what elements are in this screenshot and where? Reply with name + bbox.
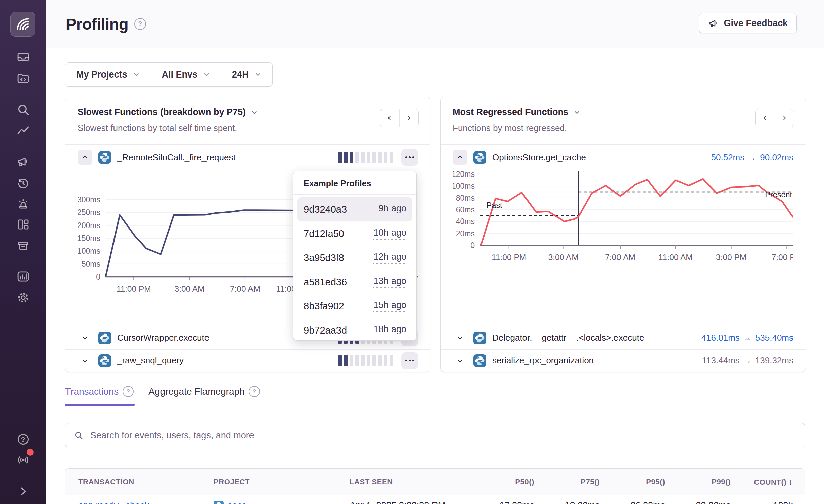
settings-gear-icon[interactable] <box>16 290 31 305</box>
prev-page-button[interactable] <box>756 109 775 127</box>
archive-icon[interactable] <box>16 238 31 253</box>
most-regressed-title-text: Most Regressed Functions <box>453 107 568 117</box>
profile-id: 8b3fa902 <box>304 301 344 312</box>
search-icon[interactable] <box>16 102 31 117</box>
more-options-icon[interactable] <box>401 149 418 166</box>
sidebar: ? <box>0 0 46 504</box>
explore-icon[interactable] <box>16 71 31 86</box>
issues-icon[interactable] <box>16 50 31 64</box>
search-input[interactable] <box>90 430 797 441</box>
expand-chevron-down-icon[interactable] <box>453 331 467 345</box>
replays-icon[interactable] <box>16 176 31 191</box>
svg-text:20ms: 20ms <box>456 229 475 238</box>
chevron-down-icon <box>254 71 262 78</box>
expand-sidebar-icon[interactable] <box>16 484 31 499</box>
function-row[interactable]: _RemoteSiloCall._fire_request <box>65 145 430 170</box>
python-icon <box>98 354 111 367</box>
function-name: CursorWrapper.execute <box>117 333 209 343</box>
performance-icon[interactable] <box>16 124 31 139</box>
expand-chevron-down-icon[interactable] <box>78 331 92 345</box>
svg-text:100ms: 100ms <box>453 182 475 190</box>
profile-item[interactable]: 7d12fa50 10h ago <box>297 221 412 246</box>
svg-text:80ms: 80ms <box>456 194 475 202</box>
profiling-help-icon[interactable]: ? <box>134 18 146 30</box>
project-filter[interactable]: My Projects <box>65 63 151 86</box>
sentry-logo[interactable] <box>10 12 35 37</box>
next-page-button[interactable] <box>399 109 419 127</box>
profile-age: 12h ago <box>373 252 406 264</box>
column-header-last-seen[interactable]: LAST SEEN <box>350 477 480 486</box>
next-page-button[interactable] <box>775 109 794 127</box>
regression-values: 50.52ms→90.02ms <box>711 152 793 163</box>
profile-item[interactable]: 9b72aa3d 18h ago <box>297 318 412 342</box>
slowest-functions-title-text: Slowest Functions (breakdown by P75) <box>78 107 246 117</box>
function-row[interactable]: _raw_snql_query <box>65 349 430 371</box>
regressed-function-row[interactable]: serialize_rpc_organization 113.44ms→139.… <box>441 349 806 371</box>
page-title: Profiling ? <box>66 0 146 48</box>
svg-text:3:00 AM: 3:00 AM <box>548 253 579 262</box>
svg-text:50ms: 50ms <box>82 260 100 268</box>
python-icon <box>473 151 486 164</box>
column-header-p99[interactable]: P99() <box>665 477 731 486</box>
profile-id: 3a95d3f8 <box>304 252 344 263</box>
help-icon[interactable]: ? <box>16 432 31 447</box>
after-value: 535.40ms <box>755 333 793 343</box>
slowest-functions-title[interactable]: Slowest Functions (breakdown by P75) <box>78 107 418 117</box>
p95-cell: 26.00ms <box>600 500 665 504</box>
profile-item[interactable]: 3a95d3f8 12h ago <box>297 246 412 270</box>
profiles-list: 9d3240a3 9h ago 7d12fa50 10h ago 3a95d3f… <box>293 195 416 342</box>
profile-item[interactable]: a581ed36 13h ago <box>297 270 412 294</box>
column-header-transaction[interactable]: TRANSACTION <box>78 477 214 486</box>
column-header-project[interactable]: PROJECT <box>214 477 350 486</box>
svg-text:Present: Present <box>765 190 792 199</box>
page-header: Profiling ? Give Feedback <box>46 0 824 48</box>
transaction-link[interactable]: app.ready._check <box>78 500 149 504</box>
before-value: 50.52ms <box>711 152 745 162</box>
transactions-help-icon[interactable]: ? <box>123 386 134 397</box>
p99-cell: 29.00ms <box>665 500 731 504</box>
column-header-count[interactable]: COUNT()↓ <box>731 477 793 487</box>
flamegraph-help-icon[interactable]: ? <box>249 386 260 397</box>
table-row: app.ready._check seer Apr 1, 2025 9:28:3… <box>65 495 805 504</box>
tab-transactions-label: Transactions <box>65 386 119 397</box>
date-range-filter[interactable]: 24H <box>221 63 272 86</box>
regressed-function-row[interactable]: Delegator.__getattr__.<locals>.execute 4… <box>441 326 806 349</box>
collapse-chevron-up-icon[interactable] <box>78 150 92 165</box>
svg-text:Past: Past <box>487 201 502 210</box>
environment-filter-label: All Envs <box>162 69 198 80</box>
profile-sparkline <box>338 152 393 163</box>
regressed-pagination <box>755 109 794 127</box>
expand-chevron-down-icon[interactable] <box>453 353 467 368</box>
column-header-p95[interactable]: P95() <box>600 477 665 486</box>
transactions-table: TRANSACTION PROJECT LAST SEEN P50() P75(… <box>65 468 805 504</box>
environment-filter[interactable]: All Envs <box>151 63 221 86</box>
tab-transactions[interactable]: Transactions ? <box>65 386 134 397</box>
chevron-down-icon <box>133 71 140 78</box>
stats-icon[interactable] <box>16 269 31 284</box>
example-profiles-dropdown: Example Profiles 9d3240a3 9h ago 7d12fa5… <box>293 171 417 341</box>
project-cell[interactable]: seer <box>214 500 350 504</box>
tab-aggregate-flamegraph[interactable]: Aggregate Flamegraph ? <box>148 386 260 397</box>
after-value: 139.32ms <box>755 355 793 365</box>
last-seen-cell: Apr 1, 2025 9:28:38 PM <box>350 500 480 504</box>
chevron-down-icon <box>573 109 581 116</box>
profile-item[interactable]: 8b3fa902 15h ago <box>297 294 412 318</box>
expand-chevron-down-icon[interactable] <box>78 353 92 368</box>
alerts-siren-icon[interactable] <box>16 196 31 211</box>
prev-page-button[interactable] <box>380 109 399 127</box>
date-range-filter-label: 24H <box>232 69 249 80</box>
most-regressed-title[interactable]: Most Regressed Functions <box>453 107 793 117</box>
give-feedback-button[interactable]: Give Feedback <box>699 13 797 33</box>
column-header-p75[interactable]: P75() <box>534 477 600 486</box>
more-options-icon[interactable] <box>401 352 418 369</box>
profile-item[interactable]: 9d3240a3 9h ago <box>297 197 412 221</box>
notification-dot <box>27 449 34 456</box>
most-regressed-panel: Most Regressed Functions Functions by mo… <box>440 97 806 372</box>
collapse-chevron-up-icon[interactable] <box>453 150 467 165</box>
column-header-p50[interactable]: P50() <box>480 477 534 486</box>
releases-megaphone-icon[interactable] <box>16 154 31 169</box>
svg-text:250ms: 250ms <box>78 208 100 217</box>
profile-sparkline <box>338 355 393 366</box>
tab-flamegraph-label: Aggregate Flamegraph <box>148 386 244 397</box>
dashboards-icon[interactable] <box>16 217 31 232</box>
